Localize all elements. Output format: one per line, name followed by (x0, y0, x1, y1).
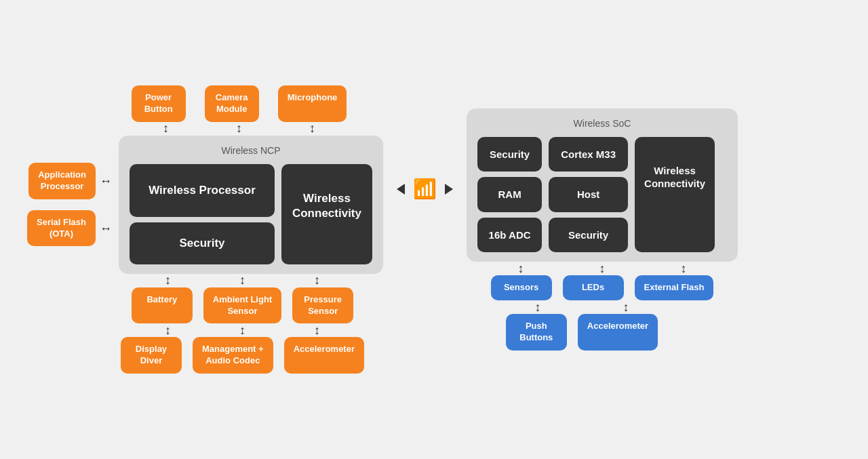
soc-label: Wireless SoC (477, 118, 727, 129)
bottom-row2: Display Diver Management + Audio Codec A… (121, 337, 364, 374)
soc-b-arrow3: ↕ (653, 262, 714, 275)
soc-container: Wireless SoC Security RAM 16b ADC Cortex… (467, 108, 738, 262)
arrow-power-down: ↕ (138, 122, 193, 136)
arrow-serial-right: ↔ (100, 222, 112, 235)
ncp-label: Wireless NCP (130, 145, 372, 156)
serial-flash-box: Serial Flash (OTA) (27, 210, 96, 247)
soc-bottom-row2: Push Buttons Accelerometer (506, 314, 658, 351)
arrow-mic-down: ↕ (285, 122, 339, 136)
ncp-right-col: Wireless Connectivity (281, 164, 372, 264)
microphone-box: Microphone (278, 85, 347, 122)
top-arrow-row: ↕ ↕ ↕ (138, 122, 339, 136)
power-button-box: Power Button (132, 85, 186, 122)
soc-cortex: Cortex M33 (549, 137, 628, 172)
sensors-box: Sensors (491, 275, 552, 300)
wifi-connector: 📶 (397, 180, 453, 199)
camera-module-box: Camera Module (205, 85, 259, 122)
arrow-camera-down: ↕ (212, 122, 266, 136)
ncp-row: Application Processor ↔ Serial Flash (OT… (27, 136, 383, 274)
soc-wc-box: Wireless Connectivity (635, 137, 715, 253)
diagram-container: Power Button Camera Module Microphone ↕ … (0, 72, 868, 388)
soc-bottom-arrow-row1: ↕ ↕ ↕ (467, 262, 738, 275)
triangle-left-icon (397, 184, 405, 195)
app-processor-box: Application Processor (28, 163, 96, 199)
soc-adc: 16b ADC (477, 218, 542, 253)
bottom-row1: Battery Ambient Light Sensor Pressure Se… (132, 287, 353, 324)
soc-inner: Security RAM 16b ADC Cortex M33 Host Sec… (477, 137, 727, 253)
battery-box: Battery (132, 287, 193, 324)
soc-b-arrow4: ↕ (507, 300, 568, 314)
ambient-light-box: Ambient Light Sensor (203, 287, 281, 324)
accelerometer-left-box: Accelerometer (284, 337, 364, 374)
soc-host: Host (549, 177, 628, 212)
soc-right-col: Wireless Connectivity (635, 137, 715, 253)
ncp-wc-box: Wireless Connectivity (281, 164, 372, 264)
mgmt-audio-box: Management + Audio Codec (193, 337, 273, 374)
ncp-left-col: Wireless Processor Security (130, 164, 275, 264)
accelerometer-right-box: Accelerometer (578, 314, 658, 351)
soc-b-arrow2: ↕ (572, 262, 633, 275)
soc-mid-col: Cortex M33 Host Security (549, 137, 628, 253)
left-components: Application Processor ↔ Serial Flash (OT… (27, 163, 112, 247)
soc-bottom-row1: Sensors LEDs External Flash (491, 275, 714, 300)
wifi-icon: 📶 (413, 180, 437, 199)
leds-box: LEDs (563, 275, 624, 300)
b-arrow3: ↕ (290, 274, 344, 287)
bottom-arrow-row2: ↕ ↕ ↕ (110, 323, 374, 337)
b-arrow4: ↕ (140, 323, 195, 337)
soc-security-top: Security (477, 137, 542, 172)
top-components-row: Power Button Camera Module Microphone (132, 85, 347, 122)
wireless-processor-box: Wireless Processor (130, 164, 275, 217)
serial-flash-row: Serial Flash (OTA) ↔ (27, 210, 112, 247)
display-driver-box: Display Diver (121, 337, 182, 374)
push-buttons-box: Push Buttons (506, 314, 567, 351)
ncp-container: Wireless NCP Wireless Processor Security… (119, 136, 383, 274)
ncp-security-box: Security (130, 222, 275, 264)
pressure-sensor-box: Pressure Sensor (292, 287, 353, 324)
wifi-symbol-area: 📶 (408, 180, 442, 199)
arrow-app-right: ↔ (100, 175, 112, 187)
b-arrow1: ↕ (140, 274, 195, 287)
wifi-arrows: 📶 (397, 180, 453, 199)
b-arrow2: ↕ (215, 274, 269, 287)
bottom-arrow-row1: ↕ ↕ ↕ (110, 274, 374, 287)
soc-left-col: Security RAM 16b ADC (477, 137, 542, 253)
soc-ram: RAM (477, 177, 542, 212)
soc-security-bot: Security (549, 218, 628, 253)
right-diagram: Wireless SoC Security RAM 16b ADC Cortex… (467, 108, 738, 351)
left-diagram: Power Button Camera Module Microphone ↕ … (27, 85, 383, 374)
soc-b-arrow5: ↕ (595, 300, 656, 314)
soc-b-arrow1: ↕ (490, 262, 551, 275)
b-arrow6: ↕ (290, 323, 344, 337)
b-arrow5: ↕ (215, 323, 269, 337)
triangle-right-icon (445, 184, 453, 195)
app-processor-row: Application Processor ↔ (28, 163, 112, 199)
external-flash-box: External Flash (635, 275, 714, 300)
soc-bottom-arrow-row2: ↕ ↕ (487, 300, 677, 314)
ncp-inner: Wireless Processor Security Wireless Con… (130, 164, 372, 264)
